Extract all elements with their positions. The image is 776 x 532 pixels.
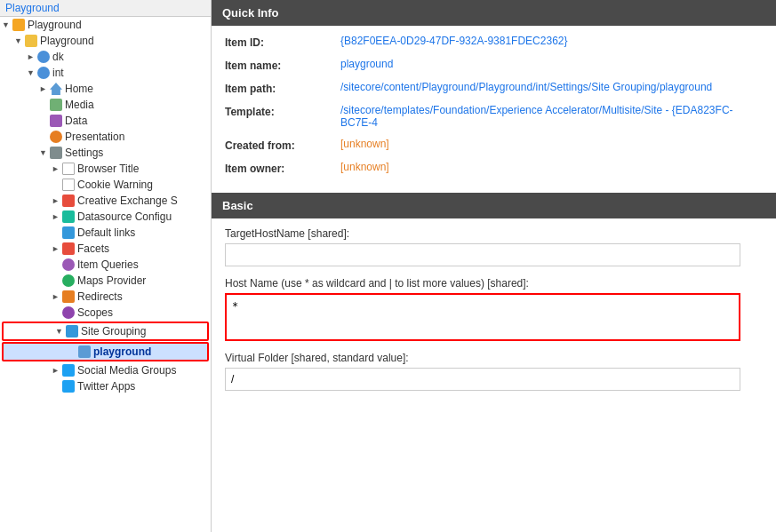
tree-arrow[interactable]: ▼ — [14, 36, 25, 45]
tree-item-redirects[interactable]: ►Redirects — [0, 289, 211, 305]
twitter-icon — [62, 380, 75, 393]
basic-field-label: Host Name (use * as wildcard and | to li… — [225, 277, 763, 290]
tree-label: Settings — [65, 147, 103, 159]
tree-panel: Playground ▼Playground▼Playground►dk▼int… — [0, 0, 212, 532]
tree-arrow[interactable]: ► — [52, 196, 62, 205]
quick-info-body: Item ID:{B82F0EEA-0D29-47DF-932A-9381FDE… — [212, 26, 776, 193]
tree-item-presentation[interactable]: Presentation — [0, 129, 211, 145]
tree-arrow[interactable]: ▼ — [2, 20, 12, 29]
tree-item-int[interactable]: ▼int — [0, 65, 211, 81]
tree-label: int — [52, 67, 64, 79]
field-label: Template: — [225, 104, 340, 118]
globe-icon — [37, 51, 50, 63]
tree-item-creative-exchange[interactable]: ►Creative Exchange S — [0, 193, 211, 209]
tree-label: Facets — [77, 242, 109, 255]
basic-field-label: Virtual Folder [shared, standard value]: — [225, 352, 763, 364]
tree-arrow[interactable]: ► — [52, 292, 62, 301]
tree-arrow[interactable]: ▼ — [39, 148, 50, 157]
tree-item-site-grouping[interactable]: ▼Site Grouping — [4, 323, 207, 339]
scopes-icon — [62, 306, 75, 319]
tree-arrow[interactable]: ► — [52, 366, 62, 375]
field-row: Created from:[unknown] — [225, 138, 763, 152]
datasource-icon — [62, 210, 75, 223]
tree-item-default-links[interactable]: Default links — [0, 225, 211, 241]
basic-field-input[interactable] — [225, 368, 740, 391]
links-icon — [62, 226, 75, 239]
quick-info-header: Quick Info — [212, 0, 776, 26]
tree-label: Home — [65, 83, 93, 95]
field-label: Item ID: — [225, 35, 340, 49]
tree-label: Social Media Groups — [77, 364, 176, 377]
tree-label: Playground — [28, 19, 82, 31]
tree-label: Media — [65, 99, 94, 111]
page-icon — [62, 179, 75, 191]
tree-label: Playground — [40, 35, 94, 47]
tree-label: Browser Title — [77, 163, 139, 175]
tree-label: Item Queries — [77, 258, 139, 271]
tree-item-datasource[interactable]: ►Datasource Configu — [0, 209, 211, 225]
presentation-icon — [50, 131, 62, 143]
field-value: {B82F0EEA-0D29-47DF-932A-9381FDEC2362} — [340, 35, 763, 47]
tree-item-cookie-warning[interactable]: Cookie Warning — [0, 177, 211, 193]
tree-arrow[interactable]: ► — [52, 164, 62, 173]
field-row: Item ID:{B82F0EEA-0D29-47DF-932A-9381FDE… — [225, 35, 763, 49]
tree-label: Maps Provider — [77, 274, 146, 287]
tree-item-dk[interactable]: ►dk — [0, 49, 211, 65]
tree-item-item-queries[interactable]: Item Queries — [0, 257, 211, 273]
tree-item-home[interactable]: ►Home — [0, 81, 211, 97]
tree-arrow[interactable]: ► — [52, 244, 62, 253]
data-icon — [50, 115, 62, 127]
basic-field-block: Host Name (use * as wildcard and | to li… — [225, 277, 763, 341]
field-value: /sitecore/templates/Foundation/Experienc… — [340, 104, 763, 129]
tree-arrow[interactable]: ► — [39, 84, 50, 93]
root-icon — [12, 19, 25, 31]
tree-label: Creative Exchange S — [77, 195, 178, 207]
query-icon — [62, 258, 75, 271]
tree-label: Redirects — [77, 290, 123, 303]
tree-item-social-media[interactable]: ►Social Media Groups — [0, 362, 211, 378]
field-value: [unknown] — [340, 138, 763, 150]
facets-icon — [62, 242, 75, 255]
folder-icon — [25, 35, 37, 47]
tree-arrow[interactable]: ► — [27, 52, 37, 61]
social-icon — [62, 364, 75, 377]
tree-item-browser-title[interactable]: ►Browser Title — [0, 161, 211, 177]
tree-arrow[interactable]: ► — [52, 212, 62, 221]
field-value: [unknown] — [340, 161, 763, 173]
page-icon — [62, 163, 75, 175]
tree-item-media[interactable]: Media — [0, 97, 211, 113]
field-label: Item owner: — [225, 161, 340, 175]
tree-item-twitter-apps[interactable]: Twitter Apps — [0, 378, 211, 394]
tree-item-playground-folder[interactable]: ▼Playground — [0, 33, 211, 49]
tree-item-maps-provider[interactable]: Maps Provider — [0, 273, 211, 289]
basic-field-input[interactable] — [225, 243, 740, 266]
tree-item-playground-item[interactable]: playground — [4, 344, 207, 360]
tree-label: Twitter Apps — [77, 380, 135, 393]
tree-item-settings[interactable]: ▼Settings — [0, 145, 211, 161]
tree-item-scopes[interactable]: Scopes — [0, 305, 211, 321]
quick-info-fields: Item ID:{B82F0EEA-0D29-47DF-932A-9381FDE… — [225, 35, 763, 175]
tree-arrow[interactable]: ▼ — [27, 68, 37, 77]
tree-item-facets[interactable]: ►Facets — [0, 241, 211, 257]
breadcrumb-playground[interactable]: Playground — [5, 2, 60, 14]
tree-label: Cookie Warning — [77, 179, 153, 191]
field-row: Item owner:[unknown] — [225, 161, 763, 175]
basic-field-label: TargetHostName [shared]: — [225, 227, 763, 240]
tree-item-root-playground[interactable]: ▼Playground — [0, 17, 211, 33]
tree-arrow[interactable]: ▼ — [55, 327, 66, 336]
basic-field-block: Virtual Folder [shared, standard value]: — [225, 352, 763, 391]
field-row: Item path:/sitecore/content/Playground/P… — [225, 81, 763, 95]
host-name-input[interactable]: * — [225, 293, 740, 341]
tree-item-data[interactable]: Data — [0, 113, 211, 129]
tree-label: Scopes — [77, 306, 113, 319]
field-value: playground — [340, 58, 763, 70]
field-row: Template:/sitecore/templates/Foundation/… — [225, 104, 763, 129]
media-icon — [50, 99, 62, 111]
tree-container: ▼Playground▼Playground►dk▼int►HomeMediaD… — [0, 17, 211, 394]
globe-icon — [37, 67, 50, 79]
content-panel: Quick Info Item ID:{B82F0EEA-0D29-47DF-9… — [212, 0, 776, 532]
basic-fields: TargetHostName [shared]:Host Name (use *… — [225, 227, 763, 391]
basic-body: TargetHostName [shared]:Host Name (use *… — [212, 218, 776, 410]
field-label: Item path: — [225, 81, 340, 95]
playground-item-icon — [78, 345, 91, 358]
